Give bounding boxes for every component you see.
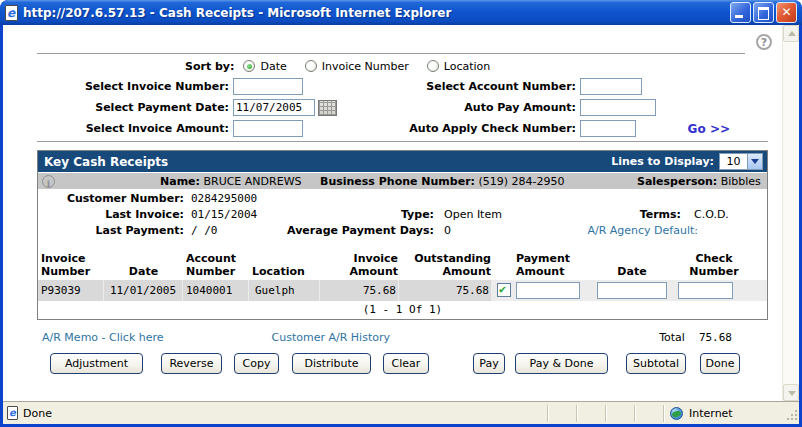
sort-radio-location[interactable] bbox=[427, 60, 439, 72]
avg-payment-days-value: 0 bbox=[444, 224, 451, 237]
separator-mid bbox=[37, 141, 768, 142]
sort-radio-invoice-number[interactable] bbox=[305, 60, 317, 72]
pay-button[interactable]: Pay bbox=[473, 353, 505, 374]
cell-account-number: 1040001 bbox=[183, 280, 248, 301]
subtotal-button[interactable]: Subtotal bbox=[626, 353, 686, 374]
customer-ar-history-link[interactable]: Customer A/R History bbox=[272, 331, 390, 344]
customer-summary-bar: i Name: BRUCE ANDREWS Business Phone Num… bbox=[38, 172, 767, 189]
sort-radio-location-label: Location bbox=[444, 60, 491, 73]
sort-radio-date-label: Date bbox=[260, 60, 286, 73]
status-text: Done bbox=[23, 407, 52, 420]
sort-by-label: Sort by: bbox=[185, 60, 234, 73]
sort-by-group: Sort by: Date Invoice Number Location bbox=[37, 58, 782, 74]
calendar-icon[interactable] bbox=[318, 100, 337, 116]
lines-to-display-value: 10 bbox=[720, 154, 747, 169]
select-account-number-label: Select Account Number: bbox=[385, 80, 576, 93]
cell-invoice-amount: 75.68 bbox=[320, 280, 398, 301]
status-segment bbox=[605, 405, 634, 422]
status-segment bbox=[547, 405, 576, 422]
info-icon[interactable]: i bbox=[42, 175, 55, 188]
window-title: http://207.6.57.13 - Cash Receipts - Mic… bbox=[23, 6, 730, 20]
select-payment-date-label: Select Payment Date: bbox=[37, 101, 229, 114]
total-value: 75.68 bbox=[699, 331, 732, 344]
last-invoice-label: Last Invoice: bbox=[38, 208, 184, 221]
last-payment-label: Last Payment: bbox=[38, 224, 184, 237]
titlebar[interactable]: e http://207.6.57.13 - Cash Receipts - M… bbox=[0, 0, 802, 25]
security-zone-text: Internet bbox=[689, 407, 733, 420]
total-label: Total bbox=[659, 331, 685, 344]
cell-invoice-number: P93039 bbox=[38, 280, 103, 301]
distribute-button[interactable]: Distribute bbox=[292, 353, 371, 374]
adjustment-button[interactable]: Adjustment bbox=[50, 353, 143, 374]
select-invoice-number-input[interactable] bbox=[233, 78, 303, 95]
close-button[interactable] bbox=[776, 2, 797, 23]
pay-checkbox[interactable] bbox=[497, 283, 511, 297]
pagination-text: (1 - 1 Of 1) bbox=[38, 301, 767, 319]
avg-payment-days-label: Average Payment Days: bbox=[251, 224, 434, 237]
chevron-down-icon[interactable] bbox=[747, 154, 762, 169]
scroll-down-button[interactable] bbox=[783, 384, 799, 401]
minimize-button[interactable] bbox=[730, 2, 751, 23]
salesperson-value: Bibbles bbox=[721, 175, 761, 188]
sort-radio-invoice-number-label: Invoice Number bbox=[322, 60, 409, 73]
customer-number-value: 0284295000 bbox=[191, 192, 257, 205]
panel-title: Key Cash Receipts bbox=[44, 155, 168, 169]
select-account-number-input[interactable] bbox=[580, 78, 642, 95]
table-header-row: InvoiceNumber Date AccountNumber Locatio… bbox=[38, 250, 767, 280]
customer-phone: (519) 284-2950 bbox=[478, 175, 564, 188]
vertical-scrollbar[interactable] bbox=[782, 25, 799, 401]
separator-top bbox=[37, 53, 745, 54]
status-bar: e Done Internet bbox=[3, 401, 799, 424]
filter-form: Select Invoice Number: Select Account Nu… bbox=[37, 76, 768, 139]
copy-button[interactable]: Copy bbox=[234, 353, 279, 374]
pay-and-done-button[interactable]: Pay & Done bbox=[515, 353, 608, 374]
scroll-up-button[interactable] bbox=[783, 25, 799, 42]
customer-number-label: Customer Number: bbox=[38, 192, 184, 205]
select-invoice-amount-label: Select Invoice Amount: bbox=[37, 122, 229, 135]
clear-button[interactable]: Clear bbox=[383, 353, 429, 374]
last-payment-value: / /0 bbox=[191, 224, 218, 237]
go-link[interactable]: Go >> bbox=[688, 122, 730, 136]
cell-date: 11/01/2005 bbox=[104, 280, 182, 301]
type-value: Open Item bbox=[444, 208, 502, 221]
select-invoice-number-label: Select Invoice Number: bbox=[37, 80, 229, 93]
maximize-button[interactable] bbox=[753, 2, 774, 23]
auto-apply-check-number-label: Auto Apply Check Number: bbox=[385, 122, 576, 135]
auto-pay-amount-input[interactable] bbox=[580, 99, 656, 116]
cell-outstanding-amount: 75.68 bbox=[399, 280, 491, 301]
scrollbar-track[interactable] bbox=[783, 42, 799, 384]
internet-globe-icon bbox=[670, 407, 683, 420]
name-label: Name: bbox=[160, 175, 200, 188]
ar-memo-link[interactable]: A/R Memo - Click here bbox=[42, 331, 164, 344]
type-label: Type: bbox=[251, 208, 434, 221]
salesperson-label: Salesperson: bbox=[637, 175, 717, 188]
reverse-button[interactable]: Reverse bbox=[161, 353, 222, 374]
ar-agency-default-link[interactable]: A/R Agency Default: bbox=[498, 224, 698, 237]
payment-amount-input[interactable] bbox=[516, 282, 580, 299]
select-invoice-amount-input[interactable] bbox=[233, 120, 303, 137]
key-cash-receipts-panel: Key Cash Receipts Lines to Display: 10 i… bbox=[37, 150, 768, 320]
terms-value: C.O.D. bbox=[694, 208, 729, 221]
ie-page-icon: e bbox=[5, 5, 18, 21]
ie-status-icon: e bbox=[7, 406, 18, 420]
action-buttons: Adjustment Reverse Copy Distribute Clear… bbox=[37, 353, 768, 374]
sort-radio-date[interactable] bbox=[243, 60, 255, 72]
check-number-input[interactable] bbox=[678, 282, 733, 299]
lines-to-display-select[interactable]: 10 bbox=[719, 153, 763, 170]
done-button[interactable]: Done bbox=[700, 353, 740, 374]
auto-apply-check-number-input[interactable] bbox=[580, 120, 636, 137]
terms-label: Terms: bbox=[498, 208, 681, 221]
status-segment bbox=[576, 405, 605, 422]
customer-name: BRUCE ANDREWS bbox=[203, 175, 301, 188]
phone-label: Business Phone Number: bbox=[320, 175, 475, 188]
select-payment-date-input[interactable] bbox=[233, 99, 315, 116]
page-content: ? Sort by: Date Invoice Number Location bbox=[3, 25, 782, 401]
auto-pay-amount-label: Auto Pay Amount: bbox=[385, 101, 576, 114]
last-invoice-value: 01/15/2004 bbox=[191, 208, 257, 221]
browser-window: e http://207.6.57.13 - Cash Receipts - M… bbox=[0, 0, 802, 427]
payment-date-input[interactable] bbox=[597, 282, 667, 299]
customer-detail-rows: Customer Number: 0284295000 Last Invoice… bbox=[38, 189, 767, 242]
lines-to-display-label: Lines to Display: bbox=[611, 155, 714, 168]
help-icon[interactable]: ? bbox=[756, 34, 772, 50]
resize-grip[interactable] bbox=[785, 405, 799, 422]
